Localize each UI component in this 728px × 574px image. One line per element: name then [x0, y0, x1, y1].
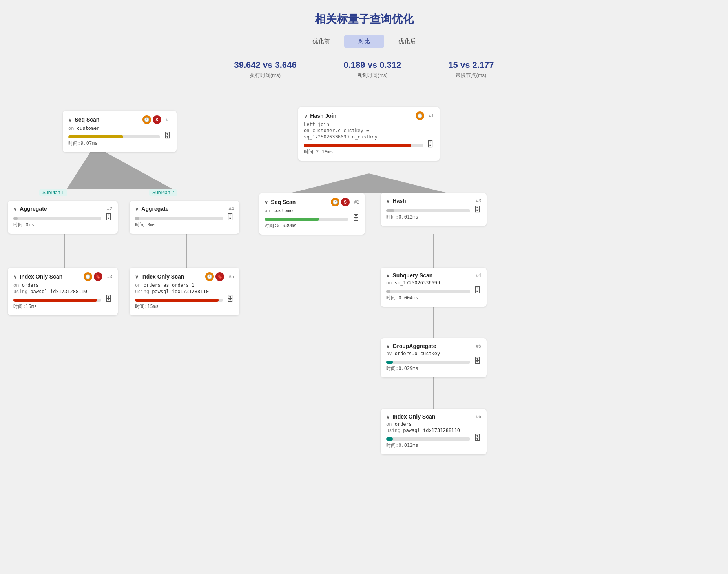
left-connectors [0, 95, 251, 566]
left-index2-progress [135, 299, 223, 302]
metric-execution-value: 39.642 vs 3.646 [234, 60, 296, 70]
db-icon-rss: 🗄 [352, 214, 359, 222]
right-seq-scan-on: on customer [265, 208, 359, 213]
header: 相关标量子查询优化 优化前 对比 优化后 39.642 vs 3.646 执行时… [0, 0, 728, 95]
left-aggregate2-header: ∨ Aggregate #4 [135, 206, 234, 212]
left-index2-time-row: 🗄 [135, 295, 234, 303]
right-hash-time-row: 🗄 [386, 206, 481, 214]
db-icon-rio: 🗄 [474, 434, 481, 442]
db-icon-rh: 🗄 [474, 206, 481, 214]
right-index-only-using: using pawsql_idx1731288110 [386, 428, 481, 433]
db-icon: 🗄 [164, 132, 171, 140]
right-group-aggregate-header: ∨ GroupAggregate #5 [386, 343, 481, 349]
right-hash-join-header: ∨ Hash Join 🕐 #1 [304, 111, 434, 120]
right-hash-join-card: ∨ Hash Join 🕐 #1 Left join on customer.c… [298, 107, 440, 161]
right-connectors [251, 95, 728, 566]
metric-slowest-label: 最慢节点(ms) [448, 72, 494, 79]
right-hash-join-progress [304, 144, 423, 147]
left-index2-using: using pawsql_idx1731288110 [135, 289, 234, 294]
tab-compare[interactable]: 对比 [344, 35, 384, 48]
right-hash-join-title: ∨ Hash Join [304, 113, 336, 119]
right-subquery-bar [386, 290, 390, 293]
metric-execution: 39.642 vs 3.646 执行时间(ms) [234, 60, 296, 79]
right-group-agg-time-row: 🗄 [386, 357, 481, 365]
left-seq-scan-card: ∨ Seq Scan 🕐 $ #1 on customer [63, 111, 177, 152]
right-index-only-badge-num: #6 [476, 414, 481, 419]
left-index2-bar [135, 299, 219, 302]
right-index-only-scan-title: ∨ Index Only Scan [386, 414, 435, 420]
left-index1-time: 时间:15ms [13, 303, 112, 310]
right-hash-join-time-row: 🗄 [304, 140, 434, 149]
db-icon-hj: 🗄 [427, 140, 434, 149]
right-seq-scan-time-row: 🗄 [265, 214, 359, 222]
db-icon-idx1: 🗄 [105, 295, 112, 303]
subplan1-label: SubPlan 1 [39, 189, 67, 196]
right-hash-join-on2: sq_1725026336699.o_custkey [304, 134, 434, 140]
left-seq-scan-progress [68, 135, 160, 138]
right-index-only-time: 时间:0.012ms [386, 442, 481, 449]
left-aggregate1-time: 时间:0ms [13, 222, 112, 228]
right-index-only-time-row: 🗄 [386, 434, 481, 442]
left-aggregate1-badge: #2 [107, 206, 112, 211]
right-group-agg-time: 时间:0.029ms [386, 365, 481, 372]
right-subquery-scan-card: ∨ Subquery Scan #4 on sq_1725026336699 🗄… [381, 268, 487, 307]
left-seq-scan-time-row: 🗄 [68, 132, 171, 140]
left-aggregate2-badge: #4 [229, 206, 234, 211]
right-group-agg-by: by orders.o_custkey [386, 351, 481, 356]
left-panel: ∨ Seq Scan 🕐 $ #1 on customer [0, 95, 251, 566]
left-index2-badges: 🕐 🔖 #5 [205, 272, 234, 281]
right-hash-join-badges: 🕐 #1 [416, 111, 434, 120]
left-index2-time: 时间:15ms [135, 303, 234, 310]
left-aggregate2-card: ∨ Aggregate #4 🗄 时间:0ms [130, 201, 239, 234]
metrics: 39.642 vs 3.646 执行时间(ms) 0.189 vs 0.312 … [0, 56, 728, 87]
right-hash-bar [386, 209, 394, 212]
left-aggregate1-bar [13, 217, 18, 220]
left-index1-using: using pawsql_idx1731288110 [13, 289, 112, 294]
left-aggregate1-progress [13, 217, 101, 220]
tabs: 优化前 对比 优化后 [0, 35, 728, 48]
right-seq-scan-badges: 🕐 $ #2 [331, 198, 359, 206]
right-subquery-scan-header: ∨ Subquery Scan #4 [386, 272, 481, 279]
left-aggregate2-time-row: 🗄 [135, 213, 234, 222]
metric-slowest-value: 15 vs 2.177 [448, 60, 494, 70]
left-index-only-scan2-card: ∨ Index Only Scan 🕐 🔖 #5 on orders as or… [130, 268, 239, 315]
db-icon-agg1: 🗄 [105, 213, 112, 222]
tab-before[interactable]: 优化前 [298, 35, 344, 48]
metric-slowest: 15 vs 2.177 最慢节点(ms) [448, 60, 494, 79]
divider [0, 87, 728, 87]
left-aggregate2-bar [135, 217, 139, 220]
svg-marker-3 [290, 173, 447, 193]
right-index-only-scan-card: ∨ Index Only Scan #6 on orders using paw… [381, 409, 487, 454]
right-panel: ∨ Hash Join 🕐 #1 Left join on customer.c… [251, 95, 728, 566]
left-seq-scan-header: ∨ Seq Scan 🕐 $ #1 [68, 115, 171, 124]
clock-badge-idx1: 🕐 [84, 272, 92, 281]
right-subquery-scan-title: ∨ Subquery Scan [386, 272, 432, 279]
right-subquery-badge-num: #4 [476, 273, 481, 278]
left-aggregate1-card: ∨ Aggregate #2 🗄 时间:0ms [8, 201, 118, 234]
right-group-agg-bar [386, 361, 393, 364]
db-icon-agg2: 🗄 [227, 213, 234, 222]
right-hash-join-time: 时间:2.18ms [304, 149, 434, 155]
right-subquery-time-row: 🗄 [386, 286, 481, 295]
db-icon-sq: 🗄 [474, 286, 481, 295]
metric-planning-label: 规划时间(ms) [344, 72, 401, 79]
db-icon-idx2: 🗄 [227, 295, 234, 303]
left-seq-scan-chevron: ∨ [68, 117, 73, 123]
left-aggregate1-time-row: 🗄 [13, 213, 112, 222]
left-seq-scan-on: on customer [68, 126, 171, 131]
left-seq-scan-time: 时间:9.07ms [68, 140, 171, 147]
left-index1-on: on orders [13, 282, 112, 288]
right-hash-join-badge-num: #1 [429, 113, 434, 118]
right-group-aggregate-card: ∨ GroupAggregate #5 by orders.o_custkey … [381, 338, 487, 377]
tab-after[interactable]: 优化后 [384, 35, 430, 48]
right-hash-badge-num: #3 [476, 198, 481, 204]
right-subquery-time: 时间:0.004ms [386, 295, 481, 301]
bookmark-badge-idx1: 🔖 [94, 272, 102, 281]
left-aggregate2-progress [135, 217, 223, 220]
left-index1-bar [13, 299, 97, 302]
left-index1-progress [13, 299, 101, 302]
right-seq-scan-progress [265, 218, 348, 221]
clock-badge-hj: 🕐 [416, 111, 424, 120]
metric-planning: 0.189 vs 0.312 规划时间(ms) [344, 60, 401, 79]
right-seq-scan-header: ∨ Seq Scan 🕐 $ #2 [265, 198, 359, 206]
